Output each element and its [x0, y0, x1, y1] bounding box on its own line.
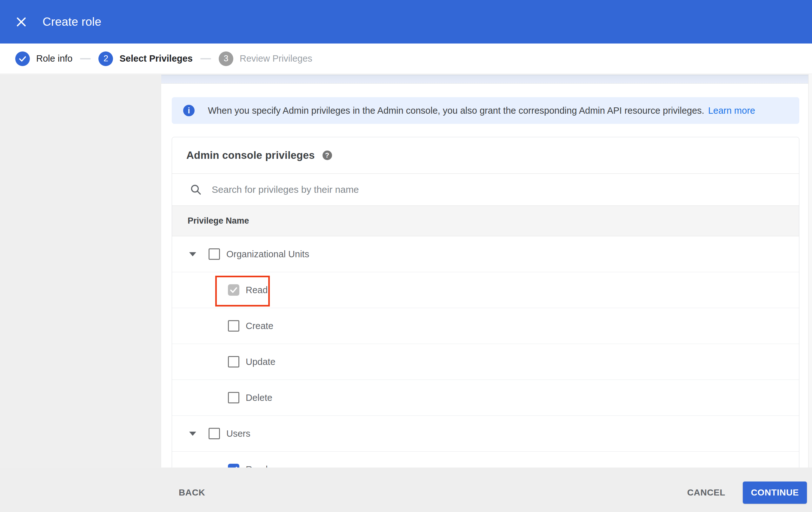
row-label: Delete [246, 393, 272, 403]
privilege-name-header: Privilege Name [187, 216, 249, 226]
cancel-button[interactable]: CANCEL [687, 488, 725, 498]
left-gutter-panel [0, 74, 161, 512]
search-input[interactable] [211, 184, 799, 195]
step3-label: Review Privileges [240, 53, 312, 64]
info-banner-text: When you specify Admin privileges in the… [208, 105, 704, 116]
vertical-scrollbar[interactable] [808, 74, 812, 467]
dialog-title: Create role [42, 15, 101, 29]
scrolled-content-edge [161, 75, 808, 84]
close-icon[interactable] [16, 17, 27, 27]
admin-privileges-card: Admin console privileges ? Privilege Nam… [172, 137, 799, 512]
card-header: Admin console privileges ? [172, 137, 799, 173]
info-banner: i When you specify Admin privileges in t… [172, 97, 799, 124]
users-checkbox[interactable] [208, 428, 220, 439]
row-label: Update [246, 357, 276, 367]
row-label: Users [226, 428, 251, 439]
footer-actions: CANCEL CONTINUE [687, 482, 807, 504]
step2-label: Select Privileges [119, 53, 193, 64]
create-checkbox[interactable] [228, 320, 239, 331]
help-icon[interactable]: ? [322, 151, 332, 160]
step2-number: 2 [98, 51, 113, 66]
info-icon: i [183, 105, 195, 116]
card-title: Admin console privileges [186, 149, 315, 161]
content-area: i When you specify Admin privileges in t… [161, 74, 808, 512]
expander-arrow-icon[interactable] [189, 252, 196, 256]
table-row: Update [172, 344, 799, 380]
appbar: Create role [0, 0, 812, 44]
step-select-privileges[interactable]: 2 Select Privileges [98, 51, 193, 66]
step-review-privileges[interactable]: 3 Review Privileges [219, 51, 312, 66]
table-row: Create [172, 308, 799, 344]
row-label: Organizational Units [226, 249, 309, 260]
step1-check-icon [15, 51, 30, 66]
continue-button[interactable]: CONTINUE [743, 482, 807, 504]
org-units-checkbox[interactable] [208, 248, 220, 260]
step-divider [80, 58, 91, 59]
privileges-search-row [172, 173, 799, 206]
table-row: Read [172, 272, 799, 308]
step1-label: Role info [36, 53, 72, 64]
back-button[interactable]: BACK [179, 488, 205, 498]
footer-bar: BACK CANCEL CONTINUE [0, 467, 812, 512]
read-checkbox-checked[interactable] [228, 284, 239, 296]
row-label: Create [246, 321, 273, 331]
table-row: Users [172, 416, 799, 452]
update-checkbox[interactable] [228, 356, 239, 368]
table-row: Delete [172, 380, 799, 416]
delete-checkbox[interactable] [228, 392, 239, 403]
row-label: Read [246, 285, 268, 295]
stepper: Role info 2 Select Privileges 3 Review P… [0, 44, 812, 74]
step3-number: 3 [219, 51, 233, 66]
step-divider [200, 58, 211, 59]
step-role-info[interactable]: Role info [15, 51, 72, 66]
learn-more-link[interactable]: Learn more [708, 105, 755, 116]
table-row: Organizational Units [172, 236, 799, 272]
search-icon [190, 184, 202, 195]
table-column-header: Privilege Name [172, 206, 799, 236]
expander-arrow-icon[interactable] [189, 432, 196, 436]
